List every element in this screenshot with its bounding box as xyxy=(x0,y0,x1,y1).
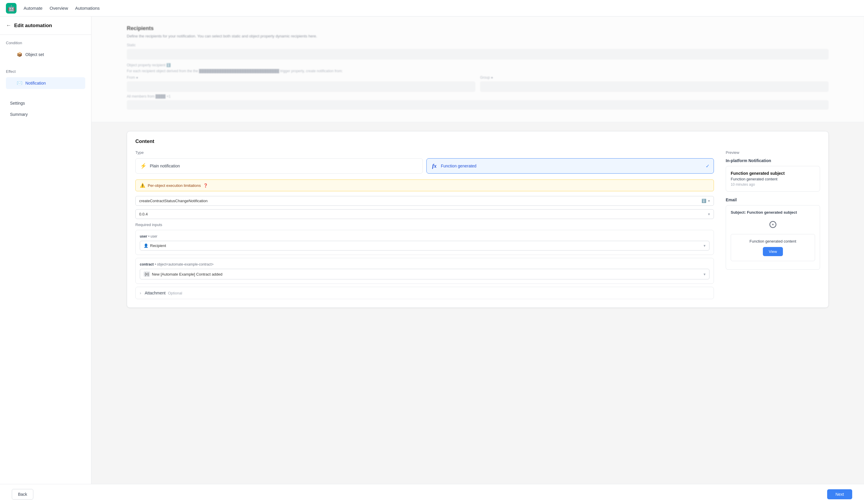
attachment-chevron-icon: › xyxy=(140,291,141,295)
in-platform-title: In-platform Notification xyxy=(726,158,820,163)
settings-label: Settings xyxy=(10,101,25,106)
nav-links: AutomateOverviewAutomations xyxy=(24,4,100,12)
warning-banner: ⚠️ Per-object execution limitations ❓ xyxy=(135,180,714,191)
card-title: Content xyxy=(135,138,820,145)
warning-text: Per-object execution limitations xyxy=(148,183,201,188)
version-dropdown-value: 0.0.4 xyxy=(139,212,148,216)
nav-link-overview[interactable]: Overview xyxy=(49,4,68,12)
right-panel: Preview In-platform Notification Functio… xyxy=(726,150,820,299)
notification-preview: Function generated subject Function gene… xyxy=(726,166,820,192)
top-blurred-section: Recipients Define the recipients for you… xyxy=(92,16,864,122)
contract-field-chevron: ▾ xyxy=(704,272,706,276)
email-preview-title: Email xyxy=(726,197,820,202)
required-inputs-label: Required inputs xyxy=(135,222,714,227)
nav-logo: 🤖 xyxy=(6,3,16,14)
sidebar-item-notification[interactable]: ✉️ Notification xyxy=(6,77,85,89)
sidebar-item-summary[interactable]: Summary xyxy=(6,109,85,120)
back-button[interactable]: Back xyxy=(12,489,33,500)
object-set-icon: 📦 xyxy=(16,52,22,58)
attachment-optional-label: Optional xyxy=(168,291,182,295)
summary-label: Summary xyxy=(10,112,28,117)
function-dropdown-chevron: ▾ xyxy=(708,199,710,203)
email-view-button[interactable]: View xyxy=(763,247,783,256)
sidebar-item-notification-label: Notification xyxy=(25,81,46,85)
function-btn-label: Function generated xyxy=(441,163,477,168)
email-subject-value: Function generated subject xyxy=(747,210,797,214)
type-buttons: ⚡ Plain notification fx Function generat… xyxy=(135,158,714,174)
user-field-icon: 👤 xyxy=(144,244,148,248)
email-preview: Subject: Function generated subject ⊙ Fu… xyxy=(726,205,820,270)
function-dropdown[interactable]: createContractStatusChangeNotification ℹ… xyxy=(135,196,714,206)
left-panel: Type ⚡ Plain notification fx Function ge… xyxy=(135,150,714,299)
next-button[interactable]: Next xyxy=(827,489,852,499)
input-group-contract: contract • object<automate-example-contr… xyxy=(135,258,714,284)
input-group-user: user • user 👤 Recipient ▾ xyxy=(135,230,714,255)
sidebar-item-settings[interactable]: Settings xyxy=(6,98,85,109)
notif-subject: Function generated subject xyxy=(731,171,815,176)
plain-btn-label: Plain notification xyxy=(150,163,180,168)
user-field-chevron: ▾ xyxy=(704,244,706,248)
main-content: Recipients Define the recipients for you… xyxy=(92,16,864,504)
notif-time: 10 minutes ago xyxy=(731,182,815,187)
type-label: Type xyxy=(135,150,714,155)
user-field-value: Recipient xyxy=(150,244,166,248)
input-group-user-label: user • user xyxy=(140,234,709,238)
user-field-dropdown[interactable]: 👤 Recipient ▾ xyxy=(140,241,709,250)
sidebar-effect-section: Effect ✉️ Notification xyxy=(0,63,91,92)
nav-link-automations[interactable]: Automations xyxy=(75,4,100,12)
email-subject-line: Subject: Function generated subject xyxy=(731,210,815,214)
warning-icon: ⚠️ xyxy=(140,183,145,188)
plain-notification-btn[interactable]: ⚡ Plain notification xyxy=(135,158,423,174)
card-header: Content xyxy=(127,132,828,145)
function-generated-btn[interactable]: fx Function generated ✓ xyxy=(427,158,714,174)
email-logo-symbol: ⊙ xyxy=(768,218,777,231)
email-subject-prefix: Subject: xyxy=(731,210,747,214)
sidebar-condition-section: Condition 📦 Object set xyxy=(0,35,91,63)
warning-help-icon: ❓ xyxy=(203,183,208,188)
effect-label: Effect xyxy=(6,69,85,74)
sidebar-extra-section: Settings Summary xyxy=(0,92,91,123)
version-dropdown[interactable]: 0.0.4 ▾ xyxy=(135,209,714,219)
sidebar-item-object-set[interactable]: 📦 Object set xyxy=(6,49,85,60)
back-nav-button[interactable]: ← xyxy=(6,22,11,28)
top-nav: 🤖 AutomateOverviewAutomations xyxy=(0,0,864,16)
sidebar-title: Edit automation xyxy=(14,23,52,28)
sidebar: ← Edit automation Condition 📦 Object set… xyxy=(0,16,92,504)
sidebar-item-object-set-label: Object set xyxy=(25,52,44,57)
function-dropdown-value: createContractStatusChangeNotification xyxy=(139,199,207,203)
attachment-row[interactable]: › Attachment Optional xyxy=(135,287,714,299)
contract-field-icon: {x} xyxy=(144,271,150,277)
preview-label: Preview xyxy=(726,150,820,155)
email-body-text: Function generated content xyxy=(736,239,810,244)
nav-link-automate[interactable]: Automate xyxy=(24,4,43,12)
check-icon: ✓ xyxy=(706,163,709,169)
email-logo: ⊙ xyxy=(731,218,815,231)
function-icon: fx xyxy=(431,163,438,169)
bottom-bar: Back Next xyxy=(0,484,864,504)
blurred-title: Recipients xyxy=(127,25,829,32)
blurred-desc: Define the recipients for your notificat… xyxy=(127,34,829,38)
condition-label: Condition xyxy=(6,41,85,45)
sidebar-header: ← Edit automation xyxy=(0,16,91,35)
app-layout: ← Edit automation Condition 📦 Object set… xyxy=(0,16,864,504)
contract-field-dropdown[interactable]: {x} New [Automate Example] Contract adde… xyxy=(140,269,709,280)
input-group-contract-label: contract • object<automate-example-contr… xyxy=(140,262,709,267)
version-dropdown-chevron: ▾ xyxy=(708,212,710,216)
notif-content: Function generated content xyxy=(731,177,815,181)
plain-icon: ⚡ xyxy=(140,163,147,169)
attachment-label: Attachment xyxy=(145,291,166,295)
email-body-box: Function generated content View xyxy=(731,234,815,261)
notification-icon: ✉️ xyxy=(16,80,22,86)
info-icon: ℹ️ xyxy=(701,199,706,203)
card-body: Type ⚡ Plain notification fx Function ge… xyxy=(127,150,828,307)
content-card: Content Type ⚡ Plain notification fx xyxy=(127,131,829,308)
contract-field-value: New [Automate Example] Contract added xyxy=(152,272,222,276)
